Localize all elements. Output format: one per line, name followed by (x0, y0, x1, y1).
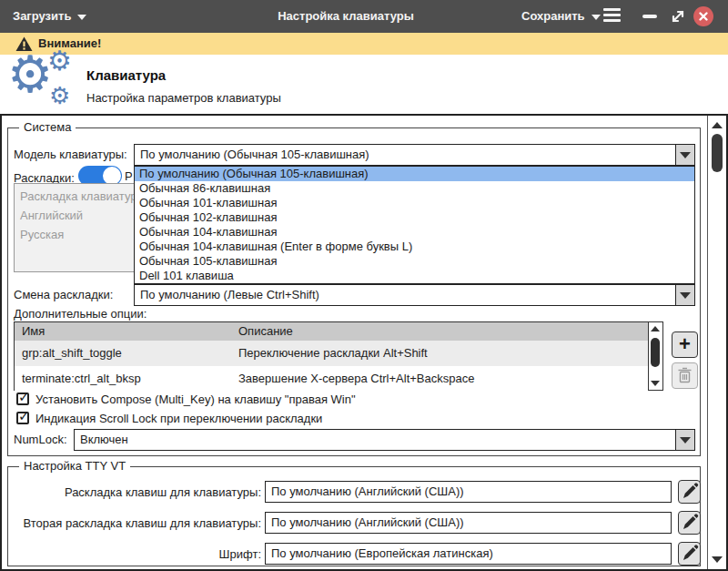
tty-layout2-field[interactable]: По умолчанию (Английский (США)) (265, 512, 672, 534)
edit-tty-font-button[interactable] (678, 542, 701, 566)
list-item[interactable]: Английский (15, 206, 134, 225)
close-icon (693, 6, 713, 26)
delete-option-button[interactable] (672, 362, 698, 389)
layout-switch-value: По умолчанию (Левые Ctrl+Shift) (140, 285, 672, 305)
tty-font-field[interactable]: По умолчанию (Европейская латинская) (265, 543, 672, 565)
scroll-up-icon[interactable] (712, 122, 723, 128)
scroll-down-icon[interactable] (712, 556, 723, 563)
option-name: grp:alt_shift_toggle (22, 341, 122, 366)
dropdown-option[interactable]: Обычная 104-клавишная (135, 225, 694, 240)
tty-layout2-label: Вторая раскладка клавиш для клавиатуры: (8, 516, 261, 530)
tty-layout-field[interactable]: По умолчанию (Английский (США)) (265, 481, 672, 503)
keyboard-settings-window: Загрузить Настройка клавиатуры Сохранить… (0, 0, 728, 571)
scroll-lock-checkbox-label: Индикация Scroll Lock при переключении р… (35, 412, 322, 426)
chevron-down-icon (680, 292, 691, 299)
combobox-arrow-button[interactable] (675, 430, 694, 450)
pencil-icon (679, 481, 700, 503)
keyboard-model-label: Модель клавиатуры: (14, 144, 127, 166)
load-button-label: Загрузить (13, 9, 71, 23)
compose-checkbox-label: Установить Compose (Multi_Key) на клавиш… (35, 393, 356, 407)
combobox-arrow-button[interactable] (675, 285, 694, 305)
pencil-icon (679, 512, 700, 534)
compose-checkbox[interactable] (16, 393, 29, 405)
toggle-knob (103, 167, 121, 185)
option-description: Переключение раскладки Alt+Shift (238, 341, 428, 366)
column-header-description: Описание (238, 322, 293, 341)
option-description: Завершение X-сервера Ctrl+Alt+Backspace (238, 366, 474, 392)
layout-switch-label: Смена раскладки: (14, 284, 113, 306)
titlebar: Загрузить Настройка клавиатуры Сохранить (0, 0, 728, 33)
module-header: ⚙ ⚙ ⚙ Клавиатура Настройка параметров кл… (0, 55, 728, 116)
window-title: Настройка клавиатуры (182, 0, 510, 33)
minimize-button[interactable] (642, 15, 657, 18)
chevron-down-icon (680, 152, 691, 158)
dropdown-option[interactable]: Обычная 104-клавишная (Enter в форме бук… (135, 240, 694, 254)
scroll-up-icon[interactable] (651, 326, 660, 331)
edit-tty-layout2-button[interactable] (678, 511, 701, 535)
extra-options-table: Имя Описание grp:alt_shift_toggle Перекл… (14, 321, 663, 391)
load-button[interactable]: Загрузить (13, 0, 86, 33)
dropdown-option[interactable]: Dell 101 клавиша (135, 269, 694, 283)
dropdown-option[interactable]: Обычная 86-клавишная (135, 181, 694, 196)
save-button-label: Сохранить (521, 9, 585, 23)
page-subtitle: Настройка параметров клавиатуры (86, 91, 281, 105)
layout-switch-combobox[interactable]: По умолчанию (Левые Ctrl+Shift) (134, 284, 695, 306)
main-content: Система Модель клавиатуры: По умолчанию … (0, 116, 728, 571)
system-legend: Система (19, 120, 76, 134)
gears-icon: ⚙ ⚙ ⚙ (5, 55, 82, 113)
scrollbar-thumb[interactable] (651, 338, 660, 367)
system-section: Система Модель клавиатуры: По умолчанию … (7, 127, 701, 456)
tty-font-label: Шрифт: (8, 547, 261, 561)
menu-button[interactable] (603, 8, 621, 25)
table-header: Имя Описание (15, 322, 648, 341)
dropdown-option[interactable]: Обычная 105-клавишная (135, 254, 694, 269)
numlock-combobox[interactable]: Включен (74, 429, 695, 451)
dropdown-option[interactable]: Обычная 102-клавишная (135, 210, 694, 225)
option-name: terminate:ctrl_alt_bksp (22, 366, 141, 392)
layouts-list-header: Раскладка клавиатуры (15, 184, 134, 206)
trash-icon (677, 367, 693, 384)
dropdown-option[interactable]: Обычная 101-клавишная (135, 196, 694, 210)
edit-tty-layout-button[interactable] (678, 480, 701, 504)
table-row[interactable]: grp:alt_shift_toggle Переключение раскла… (15, 341, 648, 366)
numlock-value: Включен (80, 430, 672, 450)
fullscreen-button[interactable] (669, 7, 687, 25)
tty-layout-label: Раскладка клавиш для клавиатуры: (8, 485, 261, 499)
add-option-button[interactable]: + (672, 331, 698, 358)
dropdown-option[interactable]: По умолчанию (Обычная 105-клавишная) (135, 167, 694, 181)
layouts-listbox[interactable]: Раскладка клавиатуры Английский Русская (14, 183, 135, 272)
column-header-name: Имя (22, 322, 45, 341)
keyboard-model-dropdown: По умолчанию (Обычная 105-клавишная) Обы… (134, 166, 695, 284)
table-row[interactable]: terminate:ctrl_alt_bksp Завершение X-сер… (15, 366, 648, 392)
keyboard-model-combobox[interactable]: По умолчанию (Обычная 105-клавишная) (134, 144, 695, 166)
page-title: Клавиатура (86, 67, 166, 83)
keyboard-model-value: По умолчанию (Обычная 105-клавишная) (140, 145, 672, 165)
main-scrollbar[interactable] (707, 116, 726, 569)
tty-section: Настройка TTY VT Раскладка клавиш для кл… (7, 466, 701, 566)
scroll-down-icon[interactable] (651, 381, 660, 386)
scrollbar-thumb[interactable] (712, 134, 723, 172)
chevron-down-icon (77, 15, 86, 20)
warning-bar: Внимание! (0, 33, 728, 55)
list-item[interactable]: Русская (15, 225, 134, 244)
save-button[interactable]: Сохранить (521, 0, 601, 33)
table-scrollbar[interactable] (648, 322, 662, 390)
extra-options-label: Дополнительные опции: (14, 307, 147, 321)
close-button[interactable] (693, 6, 713, 26)
chevron-down-icon (592, 15, 601, 20)
tty-legend: Настройка TTY VT (19, 459, 130, 473)
scroll-lock-checkbox[interactable] (16, 412, 29, 424)
numlock-label: NumLock: (14, 429, 67, 451)
chevron-down-icon (680, 437, 691, 444)
expand-icon (669, 7, 687, 25)
pencil-icon (679, 543, 700, 565)
combobox-arrow-button[interactable] (675, 145, 694, 165)
